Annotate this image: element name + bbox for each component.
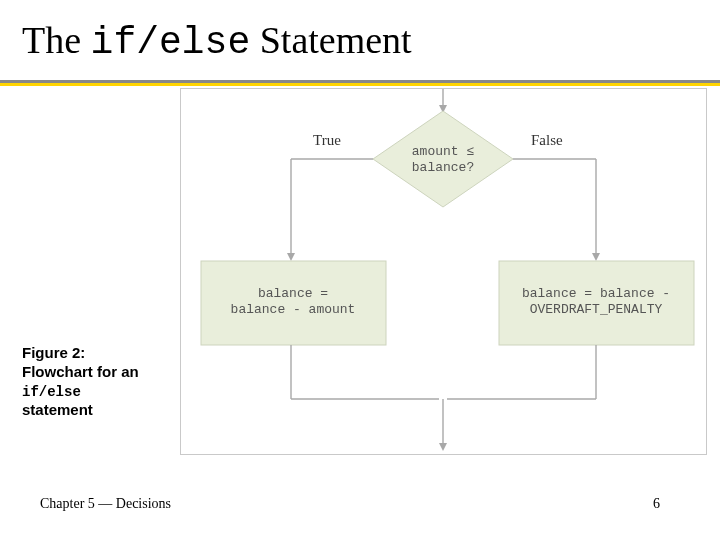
slide-title: The if/else Statement	[22, 18, 412, 64]
arrow-false	[592, 253, 600, 261]
caption-l1: Figure 2:	[22, 344, 85, 361]
title-code: if/else	[91, 21, 251, 64]
title-rule-yellow	[0, 83, 720, 86]
footer-chapter: Chapter 5 — Decisions	[40, 496, 171, 512]
title-post: Statement	[250, 19, 411, 61]
false-process-text: balance = balance -OVERDRAFT_PENALTY	[522, 286, 670, 317]
arrow-true	[287, 253, 295, 261]
flowchart-figure: amount ≤balance? True False balance =bal…	[180, 88, 707, 455]
caption-l2: Flowchart for an	[22, 363, 139, 380]
slide: The if/else Statement amount ≤balance? T…	[0, 0, 720, 540]
label-false: False	[531, 132, 563, 148]
caption-code: if/else	[22, 384, 81, 400]
figure-caption: Figure 2: Flowchart for an if/else state…	[22, 344, 172, 420]
label-true: True	[313, 132, 341, 148]
flowchart-svg: amount ≤balance? True False balance =bal…	[181, 89, 706, 454]
decision-node	[373, 111, 513, 207]
arrow-exit	[439, 443, 447, 451]
caption-l3: statement	[22, 401, 93, 418]
decision-text-1: amount ≤balance?	[412, 144, 475, 175]
title-pre: The	[22, 19, 91, 61]
footer-page-number: 6	[653, 496, 660, 512]
